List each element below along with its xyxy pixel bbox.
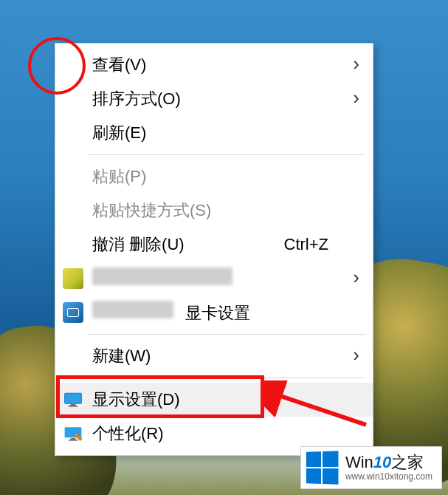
monitor-icon	[63, 389, 83, 410]
svg-rect-5	[71, 438, 76, 440]
desktop-context-menu: 查看(V) › 排序方式(O) › 刷新(E) 粘贴(P) 粘贴快捷方式(S) …	[55, 43, 373, 456]
menu-item-shortcut: Ctrl+Z	[284, 235, 373, 254]
menu-item-label: 显卡设置	[92, 301, 373, 324]
menu-item-display-settings[interactable]: 显示设置(D)	[55, 383, 373, 417]
menu-item-label	[92, 267, 373, 290]
menu-item-refresh[interactable]: 刷新(E)	[55, 116, 373, 150]
watermark: Win10之家 www.win10xitong.com	[300, 446, 442, 489]
chevron-right-icon: ›	[353, 344, 359, 366]
menu-item-view[interactable]: 查看(V) ›	[55, 48, 373, 82]
svg-rect-3	[69, 406, 77, 407]
menu-item-label: 新建(W)	[92, 345, 373, 367]
menu-item-label: 刷新(E)	[92, 122, 373, 144]
windows-logo-icon	[306, 451, 339, 484]
menu-item-label: 个性化(R)	[92, 423, 373, 445]
menu-item-label: 撤消 删除(U)	[92, 233, 284, 256]
chevron-right-icon: ›	[353, 52, 359, 75]
menu-item-label: 粘贴快捷方式(S)	[92, 199, 373, 222]
menu-item-label: 查看(V)	[92, 54, 373, 76]
svg-rect-2	[71, 404, 76, 406]
watermark-brand-prefix: Win	[345, 453, 373, 471]
obscured-text	[92, 301, 173, 318]
watermark-text: Win10之家 www.win10xitong.com	[345, 454, 433, 481]
svg-rect-0	[65, 393, 82, 403]
label-suffix: 显卡设置	[185, 304, 250, 322]
chevron-right-icon: ›	[353, 266, 359, 289]
menu-item-label: 排序方式(O)	[92, 88, 373, 110]
menu-item-app-obscured[interactable]: ›	[55, 262, 373, 296]
menu-item-label: 显示设置(D)	[92, 389, 373, 411]
chevron-right-icon: ›	[353, 86, 359, 109]
menu-separator	[88, 378, 365, 378]
menu-item-new[interactable]: 新建(W) ›	[55, 339, 373, 373]
svg-rect-6	[69, 440, 77, 441]
desktop-wallpaper: 查看(V) › 排序方式(O) › 刷新(E) 粘贴(P) 粘贴快捷方式(S) …	[0, 0, 448, 495]
menu-item-paste-shortcut: 粘贴快捷方式(S)	[55, 194, 373, 228]
obscured-text	[92, 267, 232, 285]
menu-separator	[88, 334, 365, 335]
annotation-circle	[28, 37, 86, 95]
personalize-icon	[63, 423, 83, 444]
watermark-brand-suffix: 之家	[391, 453, 424, 471]
yellow-app-icon	[63, 268, 83, 289]
menu-item-label: 粘贴(P)	[92, 165, 373, 188]
menu-item-graphics-settings[interactable]: 显卡设置	[55, 296, 373, 330]
menu-item-paste: 粘贴(P)	[55, 160, 373, 194]
menu-item-undo-delete[interactable]: 撤消 删除(U) Ctrl+Z	[55, 228, 373, 262]
watermark-url: www.win10xitong.com	[345, 472, 433, 482]
menu-separator	[88, 154, 365, 155]
intel-icon	[63, 302, 83, 323]
watermark-brand-num: 10	[373, 453, 391, 471]
menu-item-sort[interactable]: 排序方式(O) ›	[55, 82, 373, 116]
